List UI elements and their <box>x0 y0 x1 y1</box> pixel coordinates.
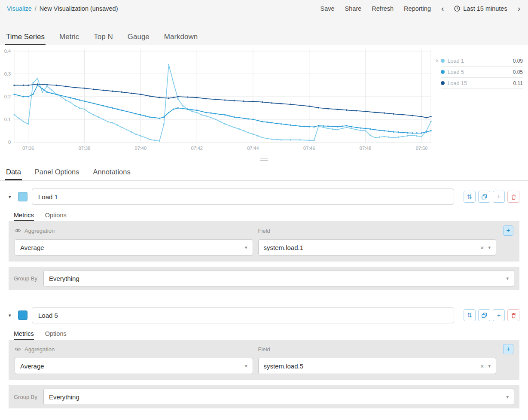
clone-icon <box>482 194 487 200</box>
legend-value: 0.11 <box>513 80 523 86</box>
series-color-dot <box>441 70 445 74</box>
tab-markdown[interactable]: Markdown <box>163 33 198 45</box>
tab-time-series[interactable]: Time Series <box>5 33 46 45</box>
editor-tabs: Data Panel Options Annotations <box>0 163 528 181</box>
time-back-chevron[interactable]: ‹ <box>441 6 444 12</box>
legend-label: Load 1 <box>448 58 464 64</box>
panel-resize-strip <box>0 156 528 163</box>
tab-panel-options[interactable]: Panel Options <box>34 163 80 180</box>
group-by-panel: Group By Everything ▾ <box>9 385 519 408</box>
chart-section: 00.10.20.30.407:3607:3807:4007:4207:4407… <box>0 45 528 156</box>
legend-item[interactable]: Load 15 0.11 <box>441 78 523 89</box>
subtab-options[interactable]: Options <box>45 330 67 340</box>
subtab-metrics[interactable]: Metrics <box>14 330 34 340</box>
legend-value: 0.05 <box>513 69 523 75</box>
tab-metric[interactable]: Metric <box>58 33 80 45</box>
series-label-input[interactable] <box>32 307 454 323</box>
legend-toggle-icon[interactable]: › <box>434 55 441 65</box>
series-color-swatch[interactable] <box>18 192 27 201</box>
legend-column: › Load 1 0.09 Load 5 0.05 Load 15 0.11 <box>434 47 528 156</box>
breadcrumb-separator: / <box>35 5 37 12</box>
trash-icon <box>511 313 516 318</box>
series-sort-button[interactable]: ⇅ <box>464 191 476 203</box>
aggregation-label: Aggregation <box>24 228 55 234</box>
tab-top-n[interactable]: Top N <box>93 33 113 45</box>
aggregation-value: Average <box>20 362 44 370</box>
svg-text:0.3: 0.3 <box>4 71 11 76</box>
svg-text:07:50: 07:50 <box>416 146 428 151</box>
group-by-select[interactable]: Everything ▾ <box>43 270 514 286</box>
group-by-select[interactable]: Everything ▾ <box>43 389 514 405</box>
series-header: ▾ ⇅ + <box>9 307 519 323</box>
svg-text:07:36: 07:36 <box>22 146 34 151</box>
svg-text:0.4: 0.4 <box>4 49 11 54</box>
eye-icon[interactable] <box>15 228 21 233</box>
chart-legend: Load 1 0.09 Load 5 0.05 Load 15 0.11 <box>441 55 523 89</box>
series-header: ▾ ⇅ + <box>9 189 519 205</box>
series-block-load-1: ▾ ⇅ + Metrics Options Aggregation Field … <box>0 181 528 299</box>
series-actions: ⇅ + <box>464 309 519 321</box>
time-forward-chevron[interactable]: › <box>518 6 520 12</box>
svg-text:07:42: 07:42 <box>191 146 203 151</box>
clear-field-icon[interactable]: × <box>480 244 488 251</box>
tab-gauge[interactable]: Gauge <box>127 33 150 45</box>
tab-data[interactable]: Data <box>5 163 22 180</box>
add-metric-button[interactable]: + <box>503 225 513 236</box>
tab-annotations[interactable]: Annotations <box>92 163 131 180</box>
chevron-down-icon: ▾ <box>245 245 247 250</box>
series-color-swatch[interactable] <box>18 310 27 320</box>
series-subtabs: Metrics Options <box>14 212 519 221</box>
field-value: system.load.5 <box>264 362 304 370</box>
chevron-down-icon: ▾ <box>488 245 491 250</box>
svg-text:0: 0 <box>8 140 11 145</box>
group-by-panel: Group By Everything ▾ <box>9 267 519 290</box>
save-button[interactable]: Save <box>320 5 335 12</box>
series-label-input[interactable] <box>32 189 454 205</box>
group-by-value: Everything <box>49 275 79 282</box>
panel-resize-handle[interactable] <box>260 158 268 161</box>
breadcrumb: Visualize / New Visualization (unsaved) <box>7 5 118 12</box>
metrics-panel: Aggregation Field + Average ▾ system.loa… <box>9 340 519 380</box>
subtab-metrics[interactable]: Metrics <box>14 212 34 221</box>
timeseries-chart[interactable]: 00.10.20.30.407:3607:3807:4007:4207:4407… <box>0 47 434 156</box>
share-button[interactable]: Share <box>345 5 362 12</box>
breadcrumb-visualize-link[interactable]: Visualize <box>7 5 32 12</box>
chevron-down-icon: ▾ <box>506 276 509 281</box>
top-nav: Visualize / New Visualization (unsaved) … <box>0 0 528 26</box>
series-add-button[interactable]: + <box>493 191 505 203</box>
series-delete-button[interactable] <box>507 191 519 203</box>
series-delete-button[interactable] <box>507 309 519 321</box>
aggregation-label: Aggregation <box>24 346 55 353</box>
series-clone-button[interactable] <box>478 309 490 321</box>
field-select[interactable]: system.load.1 × ▾ <box>258 239 497 256</box>
eye-icon[interactable] <box>15 347 21 351</box>
series-add-button[interactable]: + <box>493 309 505 321</box>
add-metric-button[interactable]: + <box>503 344 513 354</box>
series-sort-button[interactable]: ⇅ <box>464 309 476 321</box>
svg-text:0.1: 0.1 <box>4 117 11 122</box>
refresh-button[interactable]: Refresh <box>372 5 394 12</box>
clock-icon <box>454 6 460 12</box>
aggregation-select[interactable]: Average ▾ <box>15 239 253 256</box>
field-select[interactable]: system.load.5 × ▾ <box>258 358 497 374</box>
timepicker-button[interactable]: Last 15 minutes <box>454 5 507 12</box>
subtab-options[interactable]: Options <box>45 212 67 221</box>
collapse-caret-icon[interactable]: ▾ <box>9 313 14 318</box>
chevron-down-icon: ▾ <box>506 394 509 400</box>
clone-icon <box>482 313 487 318</box>
chevron-down-icon: ▾ <box>488 363 491 369</box>
legend-item[interactable]: Load 5 0.05 <box>441 67 523 78</box>
breadcrumb-current: New Visualization (unsaved) <box>40 5 118 12</box>
group-by-label: Group By <box>14 394 37 400</box>
collapse-caret-icon[interactable]: ▾ <box>9 194 14 200</box>
svg-text:07:40: 07:40 <box>135 146 147 151</box>
legend-item[interactable]: Load 1 0.09 <box>441 55 523 67</box>
reporting-button[interactable]: Reporting <box>404 5 431 12</box>
aggregation-select[interactable]: Average ▾ <box>15 358 253 374</box>
nav-actions: Save Share Refresh Reporting ‹ Last 15 m… <box>320 5 520 12</box>
aggregation-value: Average <box>20 244 44 251</box>
series-actions: ⇅ + <box>464 191 519 203</box>
svg-text:0.2: 0.2 <box>4 94 11 99</box>
clear-field-icon[interactable]: × <box>480 362 488 370</box>
series-clone-button[interactable] <box>478 191 490 203</box>
